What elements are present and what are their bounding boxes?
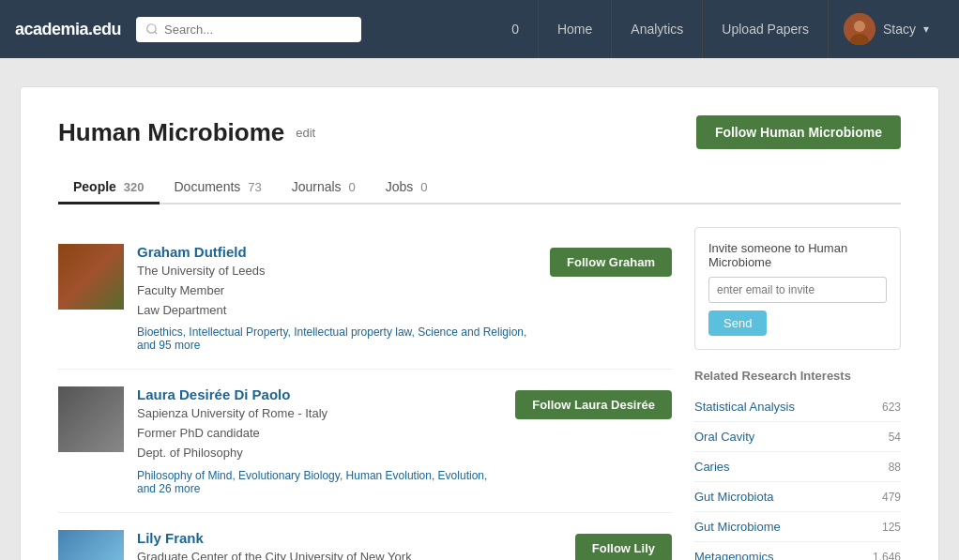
user-menu[interactable]: Stacy ▾ xyxy=(829,0,944,58)
follow-lily-button[interactable]: Follow Lily xyxy=(575,534,672,560)
related-count: 54 xyxy=(889,431,901,444)
related-link[interactable]: Oral Cavity xyxy=(694,430,754,444)
related-research-section: Related Research Interests Statistical A… xyxy=(694,369,901,560)
tab-documents[interactable]: Documents 73 xyxy=(160,172,277,204)
analytics-link[interactable]: Analytics xyxy=(612,0,703,58)
svg-point-3 xyxy=(854,21,865,32)
follow-laura-button[interactable]: Follow Laura Desirée xyxy=(515,390,672,419)
user-name: Stacy xyxy=(883,22,916,37)
related-item[interactable]: Gut Microbiome 125 xyxy=(694,512,901,542)
related-count: 125 xyxy=(882,521,901,534)
follow-topic-button[interactable]: Follow Human Microbiome xyxy=(696,115,901,149)
person-tags[interactable]: Bioethics, Intellectual Property, Intell… xyxy=(137,325,537,352)
person-card: Graham Dutfield The University of Leeds … xyxy=(58,227,672,370)
chevron-down-icon: ▾ xyxy=(923,23,929,36)
navbar: academia.edu 0 Home Analytics Upload Pap… xyxy=(0,0,959,58)
invite-box: Invite someone to Human Microbiome Send xyxy=(694,227,901,350)
related-count: 623 xyxy=(882,401,901,414)
person-name[interactable]: Graham Dutfield xyxy=(137,244,247,260)
person-name[interactable]: Laura Desirée Di Paolo xyxy=(137,386,290,402)
search-icon xyxy=(145,23,159,36)
related-item[interactable]: Metagenomics 1,646 xyxy=(694,542,901,560)
page-wrapper: Human Microbiome edit Follow Human Micro… xyxy=(20,86,939,560)
notification-count[interactable]: 0 xyxy=(493,0,539,58)
related-items-list: Statistical Analysis 623 Oral Cavity 54 … xyxy=(694,392,901,560)
avatar xyxy=(844,13,875,45)
related-research-title: Related Research Interests xyxy=(694,369,901,383)
related-count: 479 xyxy=(882,491,901,504)
topic-header: Human Microbiome edit Follow Human Micro… xyxy=(58,115,901,149)
svg-point-0 xyxy=(147,24,156,33)
search-box xyxy=(136,17,361,42)
person-info: Laura Desirée Di Paolo Sapienza Universi… xyxy=(137,386,502,494)
related-link[interactable]: Gut Microbiome xyxy=(694,520,781,534)
tab-people[interactable]: People 320 xyxy=(58,172,160,204)
invite-email-input[interactable] xyxy=(708,277,887,303)
related-item[interactable]: Caries 88 xyxy=(694,452,901,482)
person-tags[interactable]: Philosophy of Mind, Evolutionary Biology… xyxy=(137,469,502,495)
related-link[interactable]: Gut Microbiota xyxy=(694,490,774,504)
person-name[interactable]: Lily Frank xyxy=(137,530,204,546)
invite-title: Invite someone to Human Microbiome xyxy=(708,241,887,269)
content-grid: Graham Dutfield The University of Leeds … xyxy=(58,227,901,560)
related-count: 1,646 xyxy=(873,551,901,561)
person-info: Graham Dutfield The University of Leeds … xyxy=(137,244,537,352)
topic-title: Human Microbiome xyxy=(58,118,284,147)
person-avatar xyxy=(58,386,124,452)
person-avatar xyxy=(58,530,124,560)
svg-line-1 xyxy=(155,32,158,35)
person-avatar xyxy=(58,244,124,310)
follow-graham-button[interactable]: Follow Graham xyxy=(550,248,672,277)
topic-title-row: Human Microbiome edit xyxy=(58,118,315,147)
home-link[interactable]: Home xyxy=(539,0,612,58)
person-meta: Sapienza University of Rome - Italy Form… xyxy=(137,404,502,462)
tab-journals[interactable]: Journals 0 xyxy=(277,172,371,204)
person-card: Lily Frank Graduate Center of the City U… xyxy=(58,513,672,560)
related-link[interactable]: Metagenomics xyxy=(694,550,774,560)
send-invite-button[interactable]: Send xyxy=(708,310,767,336)
related-link[interactable]: Caries xyxy=(694,460,730,474)
edit-link[interactable]: edit xyxy=(296,126,315,140)
related-item[interactable]: Gut Microbiota 479 xyxy=(694,482,901,512)
tab-jobs[interactable]: Jobs 0 xyxy=(371,172,443,204)
search-input[interactable] xyxy=(164,23,352,37)
upload-papers-link[interactable]: Upload Papers xyxy=(703,0,829,58)
person-meta: The University of Leeds Faculty Member L… xyxy=(137,262,537,320)
person-meta: Graduate Center of the City University o… xyxy=(137,548,562,560)
sidebar: Invite someone to Human Microbiome Send … xyxy=(694,227,901,560)
people-list: Graham Dutfield The University of Leeds … xyxy=(58,227,672,560)
tabs-bar: People 320 Documents 73 Journals 0 Jobs … xyxy=(58,172,901,204)
related-item[interactable]: Oral Cavity 54 xyxy=(694,422,901,452)
person-card: Laura Desirée Di Paolo Sapienza Universi… xyxy=(58,370,672,512)
related-count: 88 xyxy=(889,461,901,474)
brand[interactable]: academia.edu xyxy=(15,20,121,39)
person-info: Lily Frank Graduate Center of the City U… xyxy=(137,530,562,560)
related-link[interactable]: Statistical Analysis xyxy=(694,400,795,414)
related-item[interactable]: Statistical Analysis 623 xyxy=(694,392,901,422)
